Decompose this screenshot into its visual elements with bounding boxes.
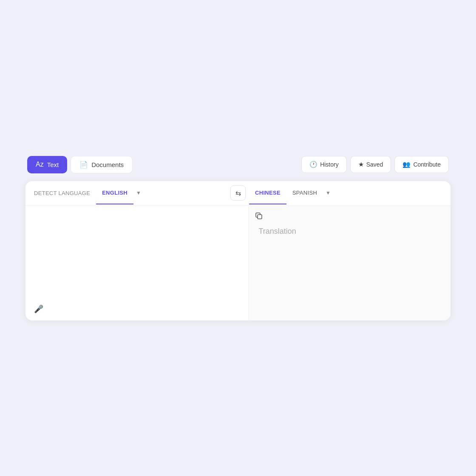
history-icon: 🕐 bbox=[309, 161, 317, 168]
copy-icon bbox=[255, 213, 263, 222]
contribute-label: Contribute bbox=[413, 161, 441, 168]
app-container: Az Text 📄 Documents 🕐 History ★ Saved 👥 … bbox=[26, 147, 450, 329]
text-areas: 🎤 Translation bbox=[26, 206, 450, 320]
text-translate-icon: Az bbox=[36, 161, 44, 168]
star-icon: ★ bbox=[358, 161, 364, 168]
people-icon: 👥 bbox=[402, 161, 411, 168]
translation-placeholder: Translation bbox=[259, 227, 296, 236]
microphone-icon: 🎤 bbox=[34, 305, 43, 313]
saved-label: Saved bbox=[366, 161, 383, 168]
target-lang-spanish[interactable]: SPANISH bbox=[286, 182, 323, 204]
swap-icon: ⇆ bbox=[235, 189, 241, 197]
target-lang-chinese[interactable]: CHINESE bbox=[249, 182, 286, 204]
right-actions: 🕐 History ★ Saved 👥 Contribute bbox=[301, 156, 449, 173]
left-tabs: Az Text 📄 Documents bbox=[27, 156, 133, 173]
chevron-down-icon-target: ▼ bbox=[326, 190, 331, 196]
svg-rect-0 bbox=[258, 215, 262, 219]
source-lang-dropdown[interactable]: ▼ bbox=[133, 190, 144, 196]
top-bar: Az Text 📄 Documents 🕐 History ★ Saved 👥 … bbox=[26, 156, 450, 173]
documents-icon: 📄 bbox=[79, 161, 88, 169]
lang-bar: DETECT LANGUAGE ENGLISH ▼ ⇆ CHINESE SPAN… bbox=[26, 181, 450, 206]
microphone-button[interactable]: 🎤 bbox=[34, 304, 43, 314]
source-input[interactable] bbox=[36, 214, 238, 314]
contribute-button[interactable]: 👥 Contribute bbox=[394, 156, 449, 173]
source-lang-english[interactable]: ENGLISH bbox=[96, 182, 133, 204]
source-lang-section: DETECT LANGUAGE ENGLISH ▼ bbox=[34, 182, 227, 204]
tab-text[interactable]: Az Text bbox=[27, 156, 67, 173]
tab-text-label: Text bbox=[47, 161, 59, 168]
history-label: History bbox=[320, 161, 339, 168]
swap-languages-button[interactable]: ⇆ bbox=[230, 185, 246, 201]
target-lang-dropdown[interactable]: ▼ bbox=[323, 190, 333, 196]
saved-button[interactable]: ★ Saved bbox=[350, 156, 391, 173]
chevron-down-icon: ▼ bbox=[136, 190, 141, 196]
copy-button[interactable] bbox=[255, 212, 263, 222]
target-lang-section: CHINESE SPANISH ▼ bbox=[249, 182, 442, 204]
tab-documents[interactable]: 📄 Documents bbox=[71, 156, 133, 173]
target-area: Translation bbox=[249, 206, 451, 320]
history-button[interactable]: 🕐 History bbox=[301, 156, 347, 173]
tab-documents-label: Documents bbox=[91, 161, 124, 168]
translation-card: DETECT LANGUAGE ENGLISH ▼ ⇆ CHINESE SPAN… bbox=[26, 181, 450, 320]
detect-language-option[interactable]: DETECT LANGUAGE bbox=[34, 190, 96, 196]
source-area: 🎤 bbox=[26, 206, 249, 320]
